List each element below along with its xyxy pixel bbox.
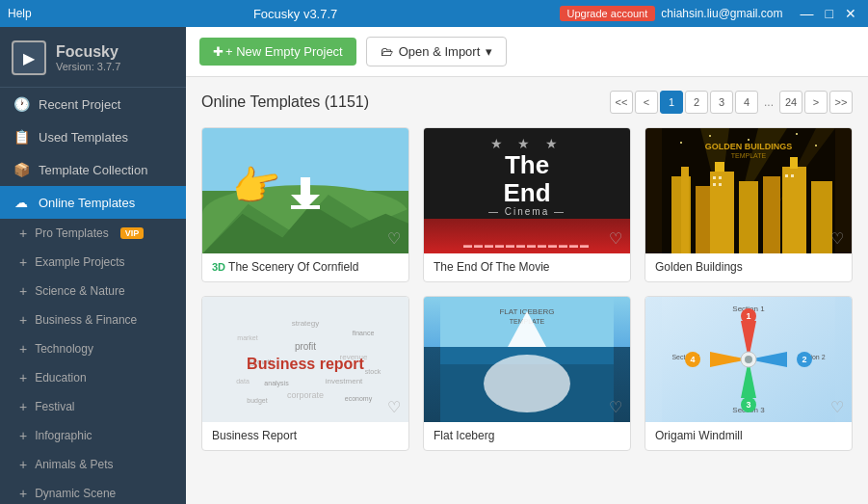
template-card-movie[interactable]: ★ ★ ★ The End — Cinema — ▬▬▬▬▬▬▬▬▬▬▬▬ ♡ …: [423, 127, 631, 282]
sidebar-sub-business-label: Business & Finance: [35, 313, 137, 327]
sidebar-sub-animals[interactable]: + Animals & Pets: [0, 450, 186, 479]
template-label-cornfield: 3DThe Scenery Of Cornfield: [202, 253, 408, 281]
dropdown-arrow-icon: ▾: [486, 44, 492, 59]
sidebar-item-collection[interactable]: 📦 Template Collection: [0, 153, 186, 186]
svg-point-6: [680, 142, 682, 144]
window-controls: — □ ✕: [797, 7, 860, 20]
plus-icon-education: +: [19, 370, 27, 385]
sidebar-sub-infographic-label: Infographic: [35, 429, 92, 442]
svg-text:GOLDEN BUILDINGS: GOLDEN BUILDINGS: [705, 142, 793, 151]
heart-icon-buildings[interactable]: ♡: [830, 229, 844, 248]
svg-rect-25: [719, 176, 722, 179]
template-label-iceberg: Flat Iceberg: [424, 422, 630, 450]
sidebar-sub-business[interactable]: + Business & Finance: [0, 305, 186, 334]
title-bar-left: Help: [8, 7, 32, 20]
sidebar-item-used-label: Used Templates: [39, 130, 128, 145]
maximize-button[interactable]: □: [822, 7, 837, 20]
plus-icon-dynamic: +: [19, 486, 27, 501]
prev-page-button[interactable]: <: [635, 91, 658, 114]
page-4-button[interactable]: 4: [735, 91, 758, 114]
svg-rect-16: [696, 186, 710, 253]
title-bar-center: Focusky v3.7.7: [32, 7, 560, 21]
sidebar-sub-example-label: Example Projects: [35, 255, 124, 269]
upgrade-button[interactable]: Upgrade account: [560, 6, 656, 21]
clipboard-icon: 📋: [13, 129, 29, 145]
template-card-business[interactable]: strategy market finance profit growth re…: [201, 296, 409, 451]
open-import-label: Open & Import: [399, 44, 481, 59]
sidebar-item-online[interactable]: ☁ Online Templates: [0, 186, 186, 219]
first-page-button[interactable]: <<: [610, 91, 633, 114]
help-menu[interactable]: Help: [8, 7, 32, 20]
plus-icon-animals: +: [19, 457, 27, 472]
heart-icon-cornfield[interactable]: ♡: [387, 229, 401, 248]
sidebar-sub-pro[interactable]: + Pro Templates VIP: [0, 219, 186, 248]
svg-text:strategy: strategy: [292, 319, 319, 328]
svg-text:data: data: [236, 378, 250, 385]
svg-rect-27: [719, 183, 722, 186]
plus-icon-infographic: +: [19, 428, 27, 443]
plus-icon-pro: +: [19, 225, 27, 241]
sidebar-sub-dynamic[interactable]: + Dynamic Scene: [0, 479, 186, 504]
open-import-button[interactable]: 🗁 Open & Import ▾: [366, 37, 508, 66]
svg-text:4: 4: [690, 355, 695, 364]
page-3-button[interactable]: 3: [710, 91, 733, 114]
sidebar-sub-infographic[interactable]: + Infographic: [0, 421, 186, 450]
template-label-movie: The End Of The Movie: [424, 253, 630, 281]
svg-rect-28: [785, 174, 788, 177]
template-card-buildings[interactable]: GOLDEN BUILDINGS TEMPLATE ♡ Golden Build…: [644, 127, 853, 282]
app-title: Focusky v3.7.7: [253, 7, 337, 21]
thumb-business: strategy market finance profit growth re…: [202, 297, 408, 422]
sidebar-item-used[interactable]: 📋 Used Templates: [0, 120, 186, 153]
minimize-button[interactable]: —: [797, 7, 818, 20]
template-card-iceberg[interactable]: FLAT ICEBERG TEMPLATE ♡ Flat Iceberg: [423, 296, 631, 451]
page-last-button[interactable]: 24: [779, 91, 802, 114]
sidebar-sub-animals-label: Animals & Pets: [35, 458, 113, 471]
svg-rect-22: [790, 157, 798, 169]
heart-icon-movie[interactable]: ♡: [609, 229, 622, 248]
sidebar-sub-education[interactable]: + Education: [0, 363, 186, 392]
sidebar-sub-example[interactable]: + Example Projects: [0, 248, 186, 277]
svg-rect-29: [791, 174, 794, 177]
sidebar-sub-technology[interactable]: + Technology: [0, 334, 186, 363]
svg-rect-2: [301, 177, 310, 195]
svg-text:corporate: corporate: [287, 390, 324, 400]
sidebar-sub-science-label: Science & Nature: [35, 284, 124, 298]
svg-point-9: [796, 133, 798, 135]
logo-icon: ▶: [12, 40, 46, 75]
next-page-button[interactable]: >: [804, 91, 828, 114]
sidebar-sub-technology-label: Technology: [35, 342, 93, 356]
close-button[interactable]: ✕: [841, 7, 860, 20]
svg-text:3: 3: [746, 400, 750, 410]
svg-point-52: [484, 355, 570, 412]
user-email: chiahsin.liu@gmail.com: [661, 7, 782, 20]
plus-icon-technology: +: [19, 341, 27, 357]
new-project-button[interactable]: ✚ + New Empty Project: [199, 38, 356, 66]
page-1-button[interactable]: 1: [660, 91, 683, 114]
end-page-button[interactable]: >>: [829, 91, 853, 114]
heart-icon-business[interactable]: ♡: [387, 398, 401, 416]
svg-rect-24: [713, 176, 716, 179]
svg-rect-18: [715, 162, 724, 172]
sidebar-item-online-label: Online Templates: [39, 196, 135, 210]
svg-point-8: [748, 139, 750, 141]
svg-text:market: market: [237, 334, 257, 341]
sidebar-item-recent[interactable]: 🕐 Recent Project: [0, 88, 186, 120]
section-title: Online Templates (1151): [201, 93, 369, 111]
plus-icon-example: +: [19, 254, 27, 270]
svg-rect-15: [681, 167, 689, 253]
heart-icon-iceberg[interactable]: ♡: [609, 398, 622, 416]
template-card-cornfield[interactable]: 👉 ♡ 3DThe Scenery Of Cornfield: [201, 127, 409, 282]
page-2-button[interactable]: 2: [685, 91, 708, 114]
svg-text:Business report: Business report: [247, 356, 364, 372]
template-label-windmill: Origami Windmill: [645, 422, 852, 450]
plus-icon-festival: +: [19, 399, 27, 414]
new-project-label: + New Empty Project: [225, 44, 343, 59]
sidebar-sub-science[interactable]: + Science & Nature: [0, 277, 186, 305]
folder-icon: 🗁: [381, 44, 393, 59]
sidebar-sub-festival[interactable]: + Festival: [0, 392, 186, 421]
svg-text:2: 2: [802, 355, 806, 364]
heart-icon-windmill[interactable]: ♡: [830, 398, 844, 416]
section-header: Online Templates (1151) << < 1 2 3 4 ...…: [201, 91, 853, 114]
template-card-windmill[interactable]: Section 1 Section 2 Section 3 Section 4 …: [644, 296, 853, 451]
toolbar: ✚ + New Empty Project 🗁 Open & Import ▾: [186, 27, 868, 77]
